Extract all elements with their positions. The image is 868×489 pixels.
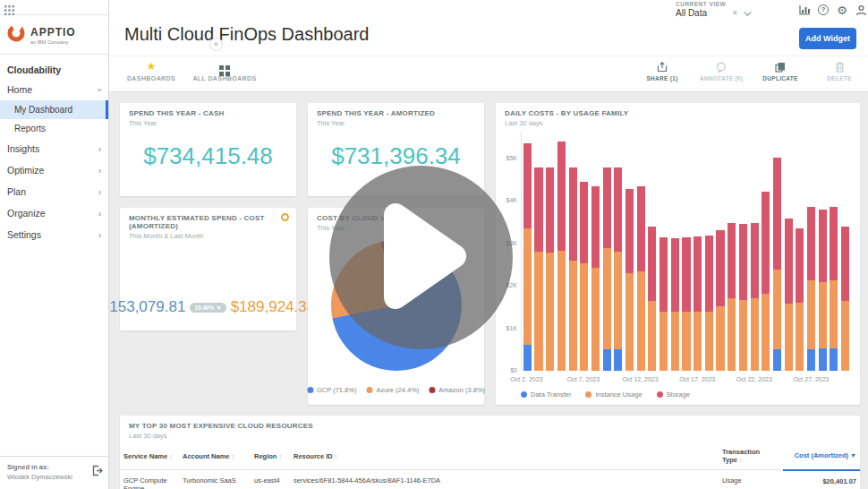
bar-oct-21[interactable]: [737, 133, 749, 371]
sidebar-item-plan[interactable]: Plan›: [0, 181, 108, 202]
share-button[interactable]: SHARE (1): [637, 61, 687, 82]
bar-segment-instance-usage: [603, 248, 611, 349]
legend-item-instance-usage[interactable]: Instance Usage: [585, 390, 642, 399]
sidebar-item-reports[interactable]: Reports: [0, 119, 108, 138]
bar-oct-19[interactable]: [715, 133, 727, 371]
bar-segment-instance-usage: [705, 312, 713, 371]
bar-oct-8[interactable]: [590, 133, 601, 371]
bar-oct-18[interactable]: [703, 133, 715, 371]
sort-icon[interactable]: ↕: [739, 457, 743, 463]
sort-icon[interactable]: ↕: [335, 453, 338, 459]
bar-segment-instance-usage: [728, 298, 736, 371]
clear-view-icon[interactable]: ✕: [732, 9, 738, 17]
bar-oct-25[interactable]: [783, 133, 795, 371]
bar-oct-2[interactable]: [522, 133, 533, 371]
bar-segment-instance-usage: [580, 263, 588, 371]
bar-segment-instance-usage: [523, 228, 532, 345]
tab-all-dashboards[interactable]: ALL DASHBOARDS: [188, 60, 261, 82]
settings-gear-icon[interactable]: ⚙: [836, 4, 848, 16]
legend-item-gcp[interactable]: GCP (71.8%): [307, 386, 356, 394]
sidebar-item-settings[interactable]: Settings›: [0, 224, 108, 245]
legend-item-data-transfer[interactable]: Data Transfer: [521, 390, 571, 399]
bar-oct-28[interactable]: [817, 133, 829, 371]
resources-table: Service Name↕Account Name↕Region↕Resourc…: [120, 443, 860, 489]
brand-name: APPTIO: [30, 26, 76, 39]
legend-label: Instance Usage: [595, 390, 642, 399]
bar-segment-storage: [807, 207, 815, 280]
tab-label: ALL DASHBOARDS: [188, 75, 261, 82]
bar-segment-storage: [557, 142, 566, 251]
bar-oct-27[interactable]: [805, 133, 817, 371]
bar-oct-17[interactable]: [692, 133, 703, 371]
duplicate-button[interactable]: DUPLICATE: [755, 61, 805, 82]
bar-segment-storage: [739, 224, 747, 300]
legend-item-azure[interactable]: Azure (24.4%): [366, 386, 419, 394]
bar-oct-16[interactable]: [681, 133, 693, 371]
bar-oct-7[interactable]: [578, 133, 590, 371]
view-dropdown-chevron-icon[interactable]: [744, 8, 751, 15]
bar-oct-13[interactable]: [647, 133, 659, 371]
bar-segment-instance-usage: [546, 253, 554, 371]
bar-oct-11[interactable]: [624, 133, 635, 371]
bar-segment-instance-usage: [648, 301, 656, 371]
sort-icon[interactable]: ↕: [169, 453, 173, 459]
column-header-account-name[interactable]: Account Name↕: [179, 443, 251, 470]
bar-oct-20[interactable]: [726, 133, 737, 371]
legend-label: GCP (71.8%): [317, 386, 356, 394]
cell-account-name: Turbonomic SaaS: [179, 470, 251, 489]
sidebar: APPTIO an IBM Company Cloudability Home …: [0, 0, 109, 489]
column-header-service-name[interactable]: Service Name↕: [120, 443, 179, 470]
bar-oct-12[interactable]: [635, 133, 647, 371]
column-header-resource-id[interactable]: Resource ID↕: [290, 443, 719, 470]
sidebar-collapse-button[interactable]: «: [209, 38, 223, 51]
sort-icon[interactable]: ▼: [850, 452, 856, 459]
column-header-cost-amortized-[interactable]: Cost (Amortized)▼: [783, 443, 860, 470]
bar-oct-6[interactable]: [567, 133, 579, 371]
current-view-value[interactable]: All Data: [676, 8, 707, 18]
bar-oct-23[interactable]: [760, 133, 771, 371]
column-header-transaction-type[interactable]: Transaction Type↕: [719, 443, 783, 470]
bar-oct-26[interactable]: [795, 133, 806, 371]
app-launcher-icon[interactable]: [4, 3, 14, 19]
bar-segment-data-transfer: [603, 349, 611, 371]
bar-oct-3[interactable]: [533, 133, 545, 371]
tab-dashboards[interactable]: ★DASHBOARDS: [115, 60, 188, 82]
video-play-icon[interactable]: [379, 199, 469, 317]
dashboard-tabstrip: ★DASHBOARDSALL DASHBOARDS SHARE (1)ANNOT…: [109, 56, 868, 92]
user-profile-icon[interactable]: [855, 4, 867, 16]
sidebar-item-insights[interactable]: Insights›: [0, 138, 108, 159]
legend-item-storage[interactable]: Storage: [657, 390, 690, 399]
bar-oct-5[interactable]: [556, 133, 567, 371]
bar-oct-29[interactable]: [829, 133, 840, 371]
bar-oct-10[interactable]: [613, 133, 625, 371]
bar-segment-data-transfer: [773, 349, 781, 371]
bar-oct-22[interactable]: [749, 133, 761, 371]
column-header-region[interactable]: Region↕: [251, 443, 290, 470]
bar-segment-instance-usage: [819, 282, 827, 348]
bar-oct-30[interactable]: [839, 133, 851, 371]
bar-oct-15[interactable]: [669, 133, 681, 371]
bar-segment-data-transfer: [807, 349, 815, 371]
sidebar-item-organize[interactable]: Organize›: [0, 202, 108, 224]
legend-label: Amazon (3.8%): [438, 386, 485, 394]
add-widget-button[interactable]: Add Widget: [799, 28, 856, 49]
bar-oct-24[interactable]: [771, 133, 783, 371]
bar-oct-4[interactable]: [544, 133, 556, 371]
reports-chart-icon[interactable]: [798, 4, 811, 16]
sidebar-item-home[interactable]: Home ›: [0, 79, 108, 100]
legend-item-amazon[interactable]: Amazon (3.8%): [429, 386, 485, 394]
bar-segment-instance-usage: [751, 298, 759, 371]
bar-segment-storage: [660, 237, 668, 311]
sort-icon[interactable]: ↕: [232, 453, 235, 459]
bar-segment-storage: [580, 182, 588, 264]
sidebar-item-optimize[interactable]: Optimize›: [0, 159, 108, 181]
logout-icon[interactable]: [92, 464, 103, 480]
table-row[interactable]: GCP Compute EngineTurbonomic SaaSus-east…: [120, 470, 860, 489]
sidebar-item-label: Plan: [7, 186, 26, 197]
bar-oct-14[interactable]: [658, 133, 669, 371]
bar-segment-instance-usage: [796, 303, 804, 371]
bar-oct-9[interactable]: [601, 133, 613, 371]
sidebar-item-my-dashboard[interactable]: My Dashboard: [0, 100, 108, 119]
help-icon[interactable]: ?: [817, 4, 830, 16]
sort-icon[interactable]: ↕: [278, 453, 282, 459]
